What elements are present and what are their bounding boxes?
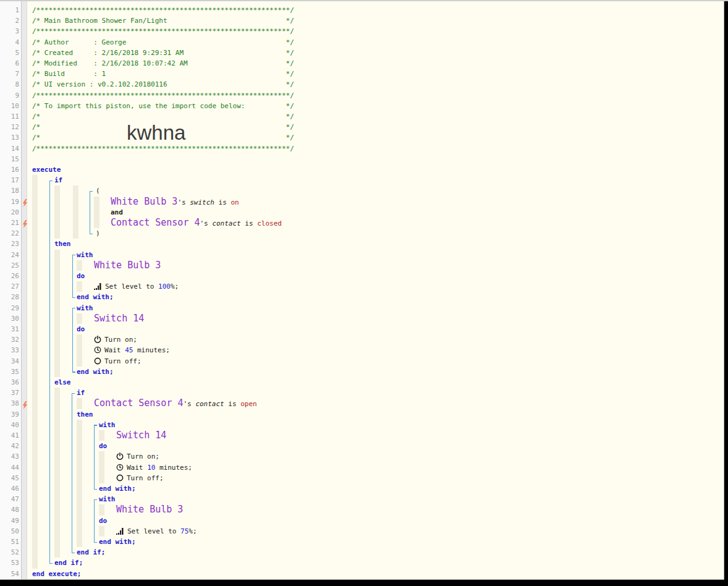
line-number: 3: [0, 26, 19, 36]
block-bracket-tick: [94, 499, 97, 500]
block-bracket: [72, 308, 73, 372]
set-level-icon: [116, 527, 124, 535]
line-number: 51: [0, 537, 19, 547]
line-number: 33: [0, 345, 19, 355]
code-text: contact: [195, 400, 224, 408]
line-number: 52: [0, 547, 19, 558]
comment-text: /***************************************…: [32, 6, 294, 14]
code-line: /***************************************…: [32, 26, 294, 36]
code-line: /* Author : George */: [32, 37, 294, 48]
comment-text: /* Modified : 2/16/2018 10:07:42 AM */: [32, 59, 294, 67]
code-line: end if;: [77, 547, 105, 558]
code-line: Wait 10 minutes;: [116, 462, 192, 473]
line-number: 46: [0, 483, 19, 494]
line-number: 10: [0, 101, 19, 111]
indent-guide: [77, 398, 82, 409]
code-text: is: [214, 198, 231, 206]
line-number: 27: [0, 281, 19, 292]
line-number: 22: [0, 228, 19, 239]
block-bracket-tick: [72, 393, 75, 394]
code-line: do: [99, 441, 107, 451]
line-number: 34: [0, 356, 19, 367]
block-bracket: [72, 393, 72, 553]
code-line: end if;: [54, 558, 83, 568]
block-bracket: [90, 191, 90, 234]
code-line: else: [54, 377, 71, 388]
block-bracket-tick: [94, 542, 97, 543]
keyword: do: [99, 517, 107, 525]
lightning-bolt-icon: [22, 198, 28, 210]
code-line: with: [77, 303, 93, 313]
code-line: /* Main Bathroom Shower Fan/Light */: [32, 15, 294, 26]
keyword: if: [77, 389, 85, 397]
block-bracket-tick: [72, 553, 75, 553]
code-line: /* To import this piston, use the import…: [32, 101, 294, 111]
line-number: 29: [0, 303, 19, 313]
indent-guide: [54, 250, 60, 377]
wait-timer-icon: [94, 346, 101, 354]
device-name: White Bulb 3: [94, 260, 161, 271]
line-number: 43: [0, 451, 19, 462]
keyword: execute: [32, 166, 61, 174]
code-line: if: [54, 175, 62, 185]
line-number: 8: [0, 79, 19, 90]
code-line: /***************************************…: [32, 90, 294, 101]
keyword: end with;: [77, 293, 114, 301]
device-name: Switch 14: [94, 313, 144, 324]
line-number: 4: [0, 37, 19, 48]
comment-text: /***************************************…: [32, 91, 294, 100]
keyword: if: [54, 176, 62, 184]
code-line: Turn on;: [94, 334, 137, 345]
indent-guide: [94, 197, 99, 229]
line-number: 18: [0, 185, 19, 196]
block-bracket-tick: [72, 297, 75, 298]
line-number: 37: [0, 388, 19, 398]
indent-guide: [99, 504, 104, 515]
code-line: do: [77, 324, 85, 334]
line-number: 15: [0, 154, 19, 164]
line-number: 42: [0, 441, 19, 451]
line-number: 6: [0, 58, 19, 69]
code-line: White Bulb 3's switch is on: [111, 197, 239, 207]
code-text: switch: [190, 198, 214, 206]
comment-text: /* Author : George */: [32, 38, 294, 46]
line-number: 54: [0, 569, 19, 579]
code-text: Turn off;: [104, 357, 142, 365]
code-line: /* Build : 1 */: [32, 69, 294, 79]
code-text: %;: [188, 527, 197, 535]
code-line: if: [77, 388, 85, 398]
code-editor: /***************************************…: [0, 1, 724, 580]
code-line: Switch 14: [94, 313, 144, 324]
line-number: 11: [0, 111, 19, 122]
code-text: 100: [158, 282, 171, 291]
code-line: /* UI version : v0.2.102.20180116 */: [32, 79, 294, 90]
gutter: 1234567891011121314151617181920212223242…: [0, 1, 21, 579]
indent-guide: [99, 526, 104, 537]
code-line: end with;: [77, 292, 114, 302]
code-line: Contact Sensor 4's contact is open: [94, 398, 257, 409]
code-line: /***************************************…: [32, 143, 294, 154]
block-bracket-tick: [94, 489, 97, 490]
block-bracket-tick: [90, 191, 93, 192]
code-line: /***************************************…: [32, 5, 294, 15]
line-number: 5: [0, 48, 19, 58]
code-line: /* Created : 2/16/2018 9:29:31 AM */: [32, 48, 294, 58]
block-bracket: [72, 255, 73, 297]
power-on-icon: [116, 452, 124, 460]
line-number: 48: [0, 504, 19, 515]
line-number: 30: [0, 313, 19, 324]
block-bracket: [94, 499, 95, 542]
block-bracket-tick: [94, 425, 97, 425]
code-line: with: [99, 420, 116, 430]
line-number: 35: [0, 367, 19, 377]
indent-guide: [99, 451, 104, 483]
indent-guide: [77, 260, 82, 271]
code-line: (: [96, 185, 100, 196]
code-text: open: [240, 400, 257, 408]
power-off-icon: [94, 357, 101, 365]
line-number: 32: [0, 334, 19, 345]
code-line: Set level to 100%;: [94, 281, 179, 292]
lightning-bolt-icon: [22, 219, 28, 231]
line-number: 53: [0, 558, 19, 568]
line-number: 24: [0, 250, 19, 260]
